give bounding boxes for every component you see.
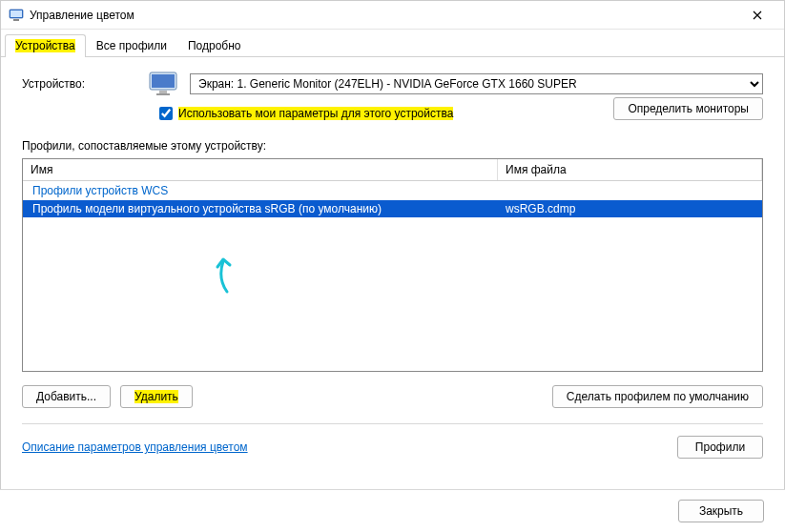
col-header-file[interactable]: Имя файла: [498, 159, 762, 180]
col-header-name[interactable]: Имя: [23, 159, 498, 180]
profile-row[interactable]: Профиль модели виртуального устройства s…: [23, 200, 762, 217]
tab-devices[interactable]: Устройства: [5, 34, 86, 57]
device-label: Устройство:: [22, 77, 136, 91]
set-default-button[interactable]: Сделать профилем по умолчанию: [552, 385, 763, 408]
app-icon: [9, 8, 24, 23]
bottom-bar: Закрыть: [0, 489, 785, 532]
profiles-button[interactable]: Профили: [677, 436, 763, 459]
content-pane: Устройство: Экран: 1. Generic Monitor (2…: [1, 57, 784, 468]
add-button[interactable]: Добавить...: [22, 385, 111, 408]
description-link[interactable]: Описание параметров управления цветом: [22, 440, 248, 454]
profiles-table-body: Профили устройств WCS Профиль модели вир…: [23, 181, 762, 371]
tab-details[interactable]: Подробно: [177, 34, 252, 57]
svg-rect-4: [152, 74, 175, 88]
monitor-icon: [148, 71, 178, 97]
device-row: Устройство: Экран: 1. Generic Monitor (2…: [22, 71, 763, 97]
identify-monitors-button[interactable]: Определить мониторы: [613, 97, 763, 120]
profile-buttons-row: Добавить... Удалить Сделать профилем по …: [22, 385, 763, 408]
profiles-section-label: Профили, сопоставляемые этому устройству…: [22, 139, 763, 153]
svg-rect-1: [10, 10, 22, 17]
use-my-settings-checkbox[interactable]: [159, 107, 173, 120]
device-select[interactable]: Экран: 1. Generic Monitor (247ELH) - NVI…: [190, 73, 763, 94]
svg-rect-2: [13, 19, 19, 21]
remove-button[interactable]: Удалить: [120, 385, 193, 408]
profiles-table-header: Имя Имя файла: [23, 159, 762, 181]
svg-rect-5: [159, 91, 167, 93]
profiles-table: Имя Имя файла Профили устройств WCS Проф…: [22, 158, 763, 372]
tab-all-profiles[interactable]: Все профили: [86, 34, 177, 57]
close-button[interactable]: Закрыть: [678, 500, 764, 522]
profile-group-wcs[interactable]: Профили устройств WCS: [23, 181, 762, 200]
svg-rect-6: [156, 93, 170, 95]
footer-row: Описание параметров управления цветом Пр…: [22, 436, 763, 459]
use-my-settings-label: Использовать мои параметры для этого уст…: [178, 107, 453, 120]
tab-bar: Устройства Все профили Подробно: [1, 30, 784, 57]
profile-name: Профиль модели виртуального устройства s…: [23, 202, 498, 215]
window-title: Управление цветом: [30, 9, 738, 22]
divider: [22, 423, 763, 424]
close-icon[interactable]: [738, 1, 776, 30]
titlebar: Управление цветом: [1, 1, 784, 30]
profile-file: wsRGB.cdmp: [498, 202, 762, 215]
